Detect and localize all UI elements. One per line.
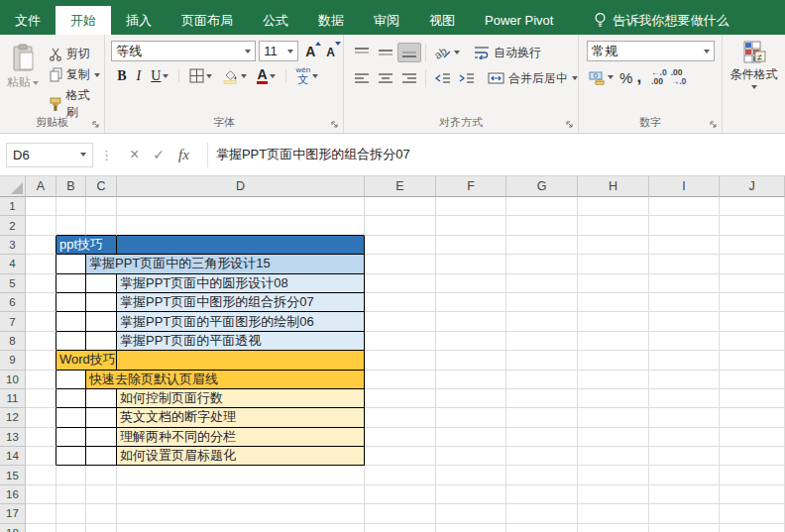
column-header-E[interactable]: E (365, 176, 436, 197)
cell-G17[interactable] (506, 504, 578, 523)
cell-D16[interactable] (117, 485, 365, 504)
tab-review[interactable]: 审阅 (359, 6, 414, 35)
tab-formulas[interactable]: 公式 (248, 6, 303, 35)
align-left-button[interactable] (350, 68, 374, 88)
cell-H16[interactable] (578, 485, 649, 504)
row-header-14[interactable]: 14 (0, 447, 26, 466)
column-header-G[interactable]: G (506, 176, 578, 197)
cell-F7[interactable] (436, 312, 506, 331)
cell-C15[interactable] (86, 466, 117, 484)
row-header-7[interactable]: 7 (0, 312, 26, 331)
cell-C10[interactable]: 快速去除页默认页眉线 (86, 371, 365, 389)
row-header-15[interactable]: 15 (0, 466, 26, 484)
cell-F11[interactable] (436, 389, 506, 408)
cell-D8[interactable]: 掌握PPT页面的平面透视 (117, 332, 365, 351)
cell-J7[interactable] (720, 312, 785, 331)
row-header-5[interactable]: 5 (0, 274, 26, 293)
orientation-button[interactable]: ab (430, 45, 464, 60)
cell-C8[interactable] (86, 332, 117, 351)
cell-J15[interactable] (720, 466, 785, 484)
comma-style-button[interactable]: , (636, 67, 641, 87)
cell-D9[interactable] (117, 351, 365, 370)
row-header-1[interactable]: 1 (0, 197, 26, 216)
row-header-16[interactable]: 16 (0, 485, 26, 504)
tab-page-layout[interactable]: 页面布局 (167, 6, 248, 35)
cell-D13[interactable]: 理解两种不同的分栏 (117, 428, 365, 447)
cell-J18[interactable] (720, 524, 785, 532)
copy-dropdown-arrow[interactable] (94, 73, 100, 77)
cell-A8[interactable] (26, 332, 56, 351)
cell-F4[interactable] (436, 255, 506, 273)
cell-A17[interactable] (26, 504, 56, 523)
cell-I10[interactable] (649, 371, 720, 389)
cell-D18[interactable] (117, 524, 365, 532)
cell-G1[interactable] (506, 197, 578, 216)
cell-E4[interactable] (365, 255, 436, 273)
row-header-9[interactable]: 9 (0, 351, 26, 370)
cell-H5[interactable] (578, 274, 649, 293)
middle-align-button[interactable] (374, 43, 397, 62)
cell-C2[interactable] (86, 216, 117, 235)
cell-G3[interactable] (506, 236, 578, 255)
tell-me[interactable]: 告诉我你想要做什么 (594, 6, 729, 35)
cell-A13[interactable] (26, 428, 56, 447)
cell-D2[interactable] (117, 216, 365, 235)
cell-D15[interactable] (117, 466, 365, 484)
cell-I7[interactable] (649, 312, 720, 331)
cell-C4[interactable]: 掌握PPT页面中的三角形设计15 (86, 255, 365, 273)
cell-B16[interactable] (56, 485, 86, 504)
cell-I18[interactable] (649, 524, 720, 532)
cell-B15[interactable] (56, 466, 86, 484)
cell-G6[interactable] (506, 293, 578, 312)
align-center-button[interactable] (374, 68, 397, 88)
name-box[interactable]: D6 (6, 143, 93, 167)
cell-A10[interactable] (26, 371, 56, 389)
cell-E16[interactable] (365, 485, 436, 504)
top-align-button[interactable] (350, 43, 374, 62)
cell-E12[interactable] (365, 408, 436, 427)
cell-B17[interactable] (56, 504, 86, 523)
cell-G4[interactable] (506, 255, 578, 273)
cell-A14[interactable] (26, 447, 56, 466)
increase-decimal-button[interactable]: ←.0 .00 (651, 68, 667, 86)
cell-A6[interactable] (26, 293, 56, 312)
cell-B11[interactable] (56, 389, 86, 408)
cell-B3[interactable]: ppt技巧 (56, 236, 117, 255)
cell-I1[interactable] (649, 197, 720, 216)
row-header-13[interactable]: 13 (0, 428, 26, 447)
cell-J10[interactable] (720, 371, 785, 389)
fill-color-button[interactable] (218, 68, 251, 84)
cell-D3[interactable] (117, 236, 365, 255)
cell-G18[interactable] (506, 524, 578, 532)
cell-I8[interactable] (649, 332, 720, 351)
row-header-11[interactable]: 11 (0, 389, 26, 408)
merge-center-button[interactable]: 合并后居中 (488, 70, 578, 87)
cell-B13[interactable] (56, 428, 86, 447)
cell-J4[interactable] (720, 255, 785, 273)
active-cell-D6[interactable]: 掌握PPT页面中图形的组合拆分07 (117, 293, 365, 312)
row-header-4[interactable]: 4 (0, 255, 26, 273)
cell-G7[interactable] (506, 312, 578, 331)
cell-A4[interactable] (26, 255, 56, 273)
row-header-18[interactable]: 18 (0, 524, 26, 532)
cell-I16[interactable] (649, 485, 720, 504)
cell-C5[interactable] (86, 274, 117, 293)
cell-G10[interactable] (506, 371, 578, 389)
cell-H6[interactable] (578, 293, 649, 312)
cell-C11[interactable] (86, 389, 117, 408)
tab-file[interactable]: 文件 (0, 6, 56, 35)
column-header-J[interactable]: J (720, 176, 785, 197)
cell-B7[interactable] (56, 312, 86, 331)
insert-function-button[interactable]: fx (178, 147, 189, 163)
cell-I13[interactable] (649, 428, 720, 447)
cell-H10[interactable] (578, 371, 649, 389)
row-header-6[interactable]: 6 (0, 293, 26, 312)
cell-I14[interactable] (649, 447, 720, 466)
cell-J8[interactable] (720, 332, 785, 351)
cell-H8[interactable] (578, 332, 649, 351)
cell-F10[interactable] (436, 371, 506, 389)
cell-G16[interactable] (506, 485, 578, 504)
cell-G8[interactable] (506, 332, 578, 351)
decrease-font-size-button[interactable]: A (322, 44, 339, 59)
decrease-decimal-button[interactable]: .00 →.0 (671, 68, 687, 86)
